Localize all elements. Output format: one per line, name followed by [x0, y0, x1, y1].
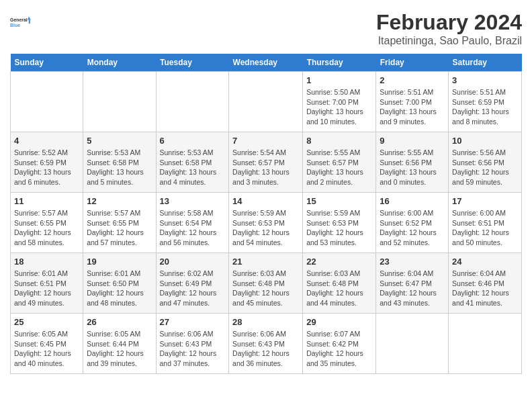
day-number: 26 — [87, 317, 152, 327]
day-number: 29 — [306, 317, 372, 327]
calendar-cell: 26Sunrise: 6:05 AM Sunset: 6:44 PM Dayli… — [83, 314, 156, 374]
calendar-cell: 3Sunrise: 5:51 AM Sunset: 6:59 PM Daylig… — [449, 72, 522, 132]
day-info: Sunrise: 5:53 AM Sunset: 6:58 PM Dayligh… — [87, 148, 152, 187]
calendar-table: SundayMondayTuesdayWednesdayThursdayFrid… — [10, 54, 522, 374]
calendar-cell: 1Sunrise: 5:50 AM Sunset: 7:00 PM Daylig… — [303, 72, 376, 132]
day-number: 18 — [14, 257, 79, 267]
svg-text:Blue: Blue — [10, 23, 20, 28]
calendar-cell — [83, 72, 156, 132]
calendar-cell: 22Sunrise: 6:03 AM Sunset: 6:48 PM Dayli… — [303, 253, 376, 314]
calendar-cell: 21Sunrise: 6:03 AM Sunset: 6:48 PM Dayli… — [229, 253, 303, 314]
day-number: 14 — [232, 196, 299, 206]
day-header-friday: Friday — [376, 54, 449, 72]
day-number: 25 — [14, 317, 79, 327]
day-number: 6 — [160, 136, 226, 146]
calendar-week-4: 18Sunrise: 6:01 AM Sunset: 6:51 PM Dayli… — [11, 253, 522, 314]
logo-svg: General Blue — [10, 10, 32, 34]
calendar-cell: 24Sunrise: 6:04 AM Sunset: 6:46 PM Dayli… — [449, 253, 522, 314]
logo: General Blue — [10, 10, 32, 34]
calendar-cell: 17Sunrise: 6:00 AM Sunset: 6:51 PM Dayli… — [449, 193, 522, 253]
day-info: Sunrise: 5:57 AM Sunset: 6:55 PM Dayligh… — [87, 208, 152, 248]
calendar-cell: 16Sunrise: 6:00 AM Sunset: 6:52 PM Dayli… — [376, 193, 449, 253]
calendar-cell: 14Sunrise: 5:59 AM Sunset: 6:53 PM Dayli… — [229, 193, 303, 253]
day-number: 5 — [87, 136, 152, 146]
calendar-cell — [449, 314, 522, 374]
day-number: 11 — [14, 196, 79, 206]
calendar-cell: 8Sunrise: 5:55 AM Sunset: 6:57 PM Daylig… — [303, 132, 376, 193]
day-info: Sunrise: 5:52 AM Sunset: 6:59 PM Dayligh… — [14, 148, 79, 187]
calendar-cell: 29Sunrise: 6:07 AM Sunset: 6:42 PM Dayli… — [303, 314, 376, 374]
calendar-cell: 27Sunrise: 6:06 AM Sunset: 6:43 PM Dayli… — [156, 314, 229, 374]
day-info: Sunrise: 6:04 AM Sunset: 6:46 PM Dayligh… — [452, 269, 518, 308]
day-number: 15 — [306, 196, 372, 206]
calendar-cell: 10Sunrise: 5:56 AM Sunset: 6:56 PM Dayli… — [449, 132, 522, 193]
calendar-cell: 9Sunrise: 5:55 AM Sunset: 6:56 PM Daylig… — [376, 132, 449, 193]
day-header-sunday: Sunday — [11, 54, 83, 72]
calendar-cell: 25Sunrise: 6:05 AM Sunset: 6:45 PM Dayli… — [11, 314, 83, 374]
day-info: Sunrise: 5:51 AM Sunset: 7:00 PM Dayligh… — [380, 87, 445, 127]
day-number: 13 — [160, 196, 226, 206]
day-info: Sunrise: 5:59 AM Sunset: 6:53 PM Dayligh… — [232, 208, 299, 248]
header: General Blue February 2024 Itapetininga,… — [10, 10, 522, 47]
calendar-cell: 2Sunrise: 5:51 AM Sunset: 7:00 PM Daylig… — [376, 72, 449, 132]
day-info: Sunrise: 5:57 AM Sunset: 6:55 PM Dayligh… — [14, 208, 79, 248]
day-header-wednesday: Wednesday — [229, 54, 303, 72]
day-info: Sunrise: 5:54 AM Sunset: 6:57 PM Dayligh… — [232, 148, 299, 187]
calendar-cell: 13Sunrise: 5:58 AM Sunset: 6:54 PM Dayli… — [156, 193, 229, 253]
day-info: Sunrise: 6:00 AM Sunset: 6:52 PM Dayligh… — [380, 208, 445, 248]
day-number: 8 — [306, 136, 372, 146]
day-number: 9 — [380, 136, 445, 146]
subtitle: Itapetininga, Sao Paulo, Brazil — [376, 35, 522, 47]
calendar-cell: 18Sunrise: 6:01 AM Sunset: 6:51 PM Dayli… — [11, 253, 83, 314]
day-number: 2 — [380, 75, 445, 85]
day-number: 12 — [87, 196, 152, 206]
day-info: Sunrise: 6:03 AM Sunset: 6:48 PM Dayligh… — [306, 269, 372, 308]
day-number: 1 — [306, 75, 372, 85]
calendar-cell: 5Sunrise: 5:53 AM Sunset: 6:58 PM Daylig… — [83, 132, 156, 193]
calendar-cell — [229, 72, 303, 132]
day-info: Sunrise: 5:53 AM Sunset: 6:58 PM Dayligh… — [160, 148, 226, 187]
day-number: 21 — [232, 257, 299, 267]
day-info: Sunrise: 6:02 AM Sunset: 6:49 PM Dayligh… — [160, 269, 226, 308]
day-number: 20 — [160, 257, 226, 267]
day-info: Sunrise: 5:56 AM Sunset: 6:56 PM Dayligh… — [452, 148, 518, 187]
calendar-header-row: SundayMondayTuesdayWednesdayThursdayFrid… — [11, 54, 522, 72]
calendar-cell: 20Sunrise: 6:02 AM Sunset: 6:49 PM Dayli… — [156, 253, 229, 314]
day-info: Sunrise: 5:59 AM Sunset: 6:53 PM Dayligh… — [306, 208, 372, 248]
day-number: 24 — [452, 257, 518, 267]
calendar-cell — [376, 314, 449, 374]
calendar-week-1: 1Sunrise: 5:50 AM Sunset: 7:00 PM Daylig… — [11, 72, 522, 132]
day-info: Sunrise: 6:06 AM Sunset: 6:43 PM Dayligh… — [232, 329, 299, 369]
calendar-cell: 4Sunrise: 5:52 AM Sunset: 6:59 PM Daylig… — [11, 132, 83, 193]
calendar-cell: 7Sunrise: 5:54 AM Sunset: 6:57 PM Daylig… — [229, 132, 303, 193]
calendar-cell: 19Sunrise: 6:01 AM Sunset: 6:50 PM Dayli… — [83, 253, 156, 314]
calendar-week-5: 25Sunrise: 6:05 AM Sunset: 6:45 PM Dayli… — [11, 314, 522, 374]
calendar-cell — [156, 72, 229, 132]
day-number: 17 — [452, 196, 518, 206]
calendar-week-2: 4Sunrise: 5:52 AM Sunset: 6:59 PM Daylig… — [11, 132, 522, 193]
day-header-thursday: Thursday — [303, 54, 376, 72]
day-number: 7 — [232, 136, 299, 146]
day-info: Sunrise: 6:06 AM Sunset: 6:43 PM Dayligh… — [160, 329, 226, 369]
day-number: 19 — [87, 257, 152, 267]
day-number: 22 — [306, 257, 372, 267]
day-number: 28 — [232, 317, 299, 327]
day-number: 16 — [380, 196, 445, 206]
day-info: Sunrise: 6:05 AM Sunset: 6:45 PM Dayligh… — [14, 329, 79, 369]
day-number: 3 — [452, 75, 518, 85]
day-info: Sunrise: 6:05 AM Sunset: 6:44 PM Dayligh… — [87, 329, 152, 369]
day-info: Sunrise: 6:03 AM Sunset: 6:48 PM Dayligh… — [232, 269, 299, 308]
calendar-cell: 6Sunrise: 5:53 AM Sunset: 6:58 PM Daylig… — [156, 132, 229, 193]
calendar-cell: 28Sunrise: 6:06 AM Sunset: 6:43 PM Dayli… — [229, 314, 303, 374]
day-number: 27 — [160, 317, 226, 327]
day-info: Sunrise: 6:07 AM Sunset: 6:42 PM Dayligh… — [306, 329, 372, 369]
day-header-tuesday: Tuesday — [156, 54, 229, 72]
day-info: Sunrise: 5:51 AM Sunset: 6:59 PM Dayligh… — [452, 87, 518, 127]
day-info: Sunrise: 6:01 AM Sunset: 6:50 PM Dayligh… — [87, 269, 152, 308]
day-number: 10 — [452, 136, 518, 146]
day-info: Sunrise: 5:58 AM Sunset: 6:54 PM Dayligh… — [160, 208, 226, 248]
day-info: Sunrise: 6:01 AM Sunset: 6:51 PM Dayligh… — [14, 269, 79, 308]
day-info: Sunrise: 5:50 AM Sunset: 7:00 PM Dayligh… — [306, 87, 372, 127]
day-number: 23 — [380, 257, 445, 267]
calendar-cell: 12Sunrise: 5:57 AM Sunset: 6:55 PM Dayli… — [83, 193, 156, 253]
